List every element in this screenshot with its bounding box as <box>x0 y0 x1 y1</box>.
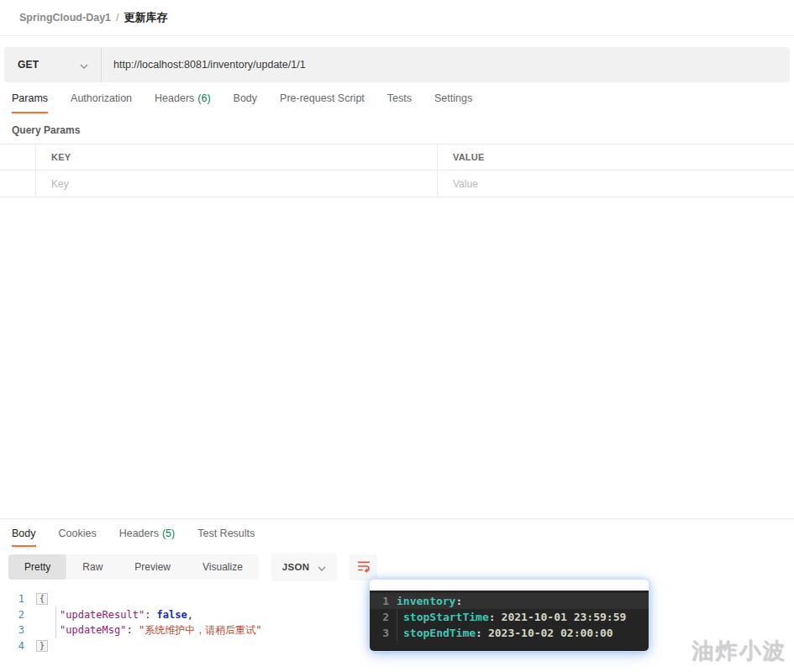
query-params-table: KEY VALUE Key Value <box>0 144 794 197</box>
wrap-text-icon <box>355 557 372 577</box>
view-visualize-button[interactable]: Visualize <box>187 554 259 580</box>
line-number: 1 <box>0 591 36 607</box>
json-key: "updateMsg" <box>60 624 126 636</box>
response-tab-headers[interactable]: Headers(5) <box>119 519 176 547</box>
breadcrumb: SpringCloud-Day1 / 更新库存 <box>0 0 794 36</box>
yaml-snippet: 1 inventory: 2 stopStartTime:2021-10-01 … <box>370 591 649 651</box>
request-bar-wrap: GET http://localhost:8081/inventory/upda… <box>0 36 794 82</box>
params-placeholder-row: Key Value <box>0 171 794 197</box>
response-tab-test-results[interactable]: Test Results <box>197 519 255 547</box>
line-number: 4 <box>0 638 36 654</box>
tab-body[interactable]: Body <box>234 82 258 113</box>
params-value-header: VALUE <box>437 144 794 170</box>
yaml-key: stopEndTime <box>403 625 476 641</box>
tab-tests[interactable]: Tests <box>387 82 412 113</box>
response-headers-count-badge: (5) <box>162 528 175 539</box>
watermark: 油炸小波 <box>692 637 786 666</box>
json-boolean-value: false <box>157 609 187 621</box>
view-mode-switcher: Pretty Raw Preview Visualize <box>8 554 259 580</box>
view-preview-button[interactable]: Preview <box>118 554 187 580</box>
yaml-line-1: 1 inventory: <box>370 593 649 609</box>
view-pretty-button[interactable]: Pretty <box>8 554 66 580</box>
params-value-input[interactable]: Value <box>437 171 794 197</box>
tab-settings[interactable]: Settings <box>434 82 472 113</box>
request-tabs: Params Authorization Headers(6) Body Pre… <box>0 82 794 113</box>
format-label: JSON <box>282 562 310 572</box>
line-number: 2 <box>370 609 397 625</box>
query-params-title: Query Params <box>0 113 794 144</box>
params-key-input[interactable]: Key <box>35 171 437 197</box>
breadcrumb-separator: / <box>116 12 118 24</box>
params-header-row: KEY VALUE <box>0 144 794 171</box>
params-gutter-cell <box>0 171 35 197</box>
yaml-value: 2021-10-01 23:59:59 <box>502 609 627 625</box>
line-number: 3 <box>0 622 36 638</box>
yaml-line-2: 2 stopStartTime:2021-10-01 23:59:59 <box>370 609 649 625</box>
response-tabs: Body Cookies Headers(5) Test Results <box>0 519 794 547</box>
response-tab-body[interactable]: Body <box>12 519 36 547</box>
line-number: 2 <box>0 607 36 623</box>
response-tab-cookies[interactable]: Cookies <box>59 519 97 547</box>
wrap-text-button[interactable] <box>350 554 377 580</box>
line-number: 3 <box>370 625 397 641</box>
yaml-line-3: 3 stopEndTime:2023-10-02 02:00:00 <box>370 625 649 641</box>
chevron-down-icon <box>80 57 88 72</box>
view-raw-button[interactable]: Raw <box>66 554 118 580</box>
line-number: 1 <box>370 593 397 609</box>
chevron-down-icon <box>318 559 326 575</box>
yaml-key: stopStartTime <box>403 609 489 625</box>
tab-authorization[interactable]: Authorization <box>71 82 132 113</box>
yaml-key: inventory <box>397 593 455 609</box>
tab-params[interactable]: Params <box>12 82 48 113</box>
url-input[interactable]: http://localhost:8081/inventory/update/1… <box>102 47 790 82</box>
format-select[interactable]: JSON <box>271 553 338 581</box>
breadcrumb-collection[interactable]: SpringCloud-Day1 <box>19 12 111 24</box>
json-string-value: "系统维护中，请稍后重试" <box>139 624 261 636</box>
headers-count-badge: (6) <box>197 92 210 104</box>
fold-guide-line <box>55 606 56 638</box>
method-select[interactable]: GET <box>4 47 102 82</box>
method-label: GET <box>18 59 39 71</box>
params-gutter-cell <box>0 144 35 170</box>
breadcrumb-request-name: 更新库存 <box>124 10 168 25</box>
tab-pre-request-script[interactable]: Pre-request Script <box>280 82 365 113</box>
request-bar: GET http://localhost:8081/inventory/upda… <box>4 47 790 82</box>
config-snippet-overlay: 1 inventory: 2 stopStartTime:2021-10-01 … <box>370 580 649 651</box>
tab-headers[interactable]: Headers(6) <box>155 82 211 113</box>
fold-marker-close-brace[interactable]: } <box>36 640 48 652</box>
params-key-header: KEY <box>35 144 437 170</box>
empty-area <box>0 197 794 518</box>
overlay-top-strip <box>370 580 649 591</box>
fold-marker-open-brace[interactable]: { <box>36 593 48 605</box>
json-key: "updateResult" <box>60 609 145 621</box>
yaml-value: 2023-10-02 02:00:00 <box>488 625 613 641</box>
